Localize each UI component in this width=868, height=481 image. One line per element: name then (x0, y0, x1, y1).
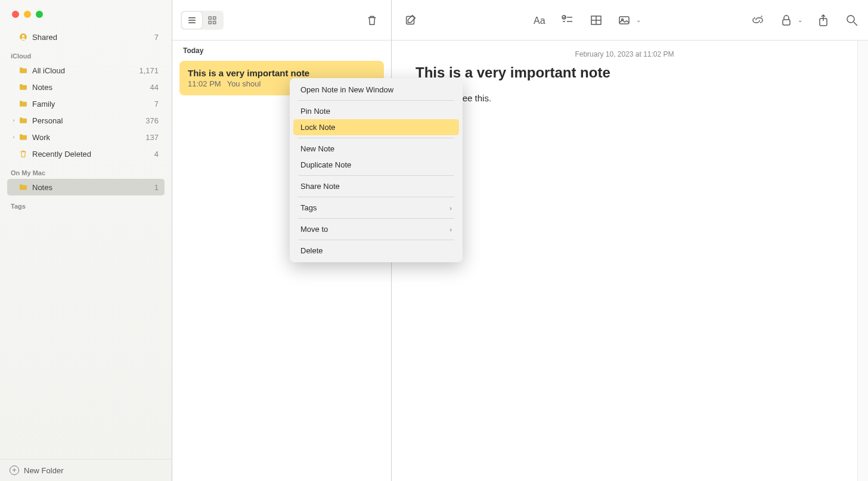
sidebar-item-label: Family (32, 100, 154, 108)
svg-rect-7 (209, 21, 211, 23)
svg-line-24 (854, 22, 857, 26)
sidebar-section-header[interactable]: Tags (7, 195, 165, 212)
compose-button[interactable] (400, 10, 421, 31)
actions-group: + ⌄ (750, 13, 860, 28)
new-folder-label: New Folder (24, 466, 63, 475)
sidebar-item-label: Work (32, 133, 145, 142)
sidebar-item-label: All iCloud (32, 66, 139, 75)
svg-point-1 (22, 35, 24, 38)
menu-item-lock-note[interactable]: Lock Note (293, 119, 459, 135)
editor-panel: Aa ⌄ + ⌄ (392, 0, 868, 481)
link-note-button[interactable]: + (750, 13, 765, 28)
grid-view-button[interactable] (202, 12, 222, 29)
sidebar-item-count: 137 (145, 133, 159, 142)
svg-rect-6 (213, 17, 216, 19)
svg-point-23 (847, 15, 854, 23)
lock-button[interactable] (779, 13, 794, 28)
note-body[interactable]: 't see this. (416, 92, 833, 105)
sidebar-item-count: 1,171 (139, 66, 159, 75)
lock-chevron-icon[interactable]: ⌄ (798, 17, 802, 23)
format-group: Aa ⌄ (531, 13, 641, 28)
fullscreen-window-button[interactable] (36, 11, 43, 18)
search-button[interactable] (844, 13, 860, 28)
menu-item-share-note[interactable]: Share Note (293, 178, 459, 194)
media-button[interactable] (617, 13, 633, 28)
sidebar-item-label: Notes (32, 183, 154, 192)
folder-icon (18, 65, 29, 76)
note-timestamp: February 10, 2023 at 11:02 PM (416, 50, 833, 58)
context-menu: Open Note in New WindowPin NoteLock Note… (290, 78, 463, 262)
plus-circle-icon: + (10, 466, 19, 475)
sidebar-item-count: 376 (145, 116, 159, 125)
sidebar-item-recently-deleted[interactable]: Recently Deleted4 (7, 145, 165, 162)
disclosure-chevron-icon[interactable]: › (11, 134, 17, 140)
sidebar-item-label: Personal (32, 116, 145, 125)
sidebar-item-count: 7 (154, 100, 159, 108)
minimize-window-button[interactable] (24, 11, 31, 18)
note-row-title: This is a very important note (188, 68, 376, 78)
sidebar-item-count: 1 (154, 183, 159, 192)
sidebar-item-count: 44 (150, 83, 159, 92)
text-style-button[interactable]: Aa (531, 13, 547, 28)
sidebar-item-count: 4 (154, 150, 159, 159)
sidebar-item-shared[interactable]: Shared 7 (7, 29, 165, 45)
sidebar-section-header[interactable]: On My Mac (7, 162, 165, 179)
list-group-header: Today (172, 41, 391, 58)
sidebar-item-work[interactable]: ›Work137 (7, 129, 165, 145)
sidebar: Shared 7 iCloudAll iCloud1,171Notes44Fam… (0, 0, 172, 481)
list-view-button[interactable] (182, 12, 202, 29)
sidebar-item-label: Notes (32, 83, 150, 92)
svg-text:Aa: Aa (534, 15, 545, 26)
submenu-arrow-icon: › (450, 204, 452, 212)
new-folder-button[interactable]: + New Folder (0, 459, 172, 481)
shared-icon (18, 32, 29, 42)
view-mode-segment (181, 11, 224, 30)
sidebar-item-notes[interactable]: Notes44 (7, 79, 165, 95)
table-button[interactable] (588, 13, 604, 28)
delete-note-button[interactable] (361, 10, 383, 31)
sidebar-section-header[interactable]: iCloud (7, 45, 165, 62)
media-chevron-icon[interactable]: ⌄ (636, 17, 641, 23)
menu-item-tags[interactable]: Tags› (293, 200, 459, 216)
editor-toolbar: Aa ⌄ + ⌄ (392, 0, 868, 41)
svg-rect-5 (209, 17, 211, 19)
checklist-button[interactable] (560, 13, 575, 28)
editor-scrollbar[interactable] (857, 41, 868, 481)
window-controls (0, 0, 172, 24)
share-button[interactable] (816, 13, 831, 28)
sidebar-item-family[interactable]: Family7 (7, 95, 165, 112)
sidebar-item-personal[interactable]: ›Personal376 (7, 112, 165, 129)
svg-rect-8 (213, 21, 216, 23)
folder-icon (18, 115, 29, 126)
sidebar-item-count: 7 (154, 33, 159, 42)
sidebar-item-label: Recently Deleted (32, 150, 154, 159)
menu-item-duplicate-note[interactable]: Duplicate Note (293, 157, 459, 173)
menu-item-pin-note[interactable]: Pin Note (293, 103, 459, 119)
sidebar-list: Shared 7 iCloudAll iCloud1,171Notes44Fam… (0, 24, 172, 459)
svg-rect-18 (619, 17, 629, 24)
folder-icon (18, 182, 29, 193)
trash-icon (18, 148, 29, 159)
note-title[interactable]: This is a very important note (416, 64, 833, 81)
disclosure-chevron-icon[interactable]: › (11, 117, 17, 123)
menu-item-move-to[interactable]: Move to› (293, 221, 459, 237)
close-window-button[interactable] (12, 11, 19, 18)
svg-text:+: + (760, 14, 763, 19)
menu-item-open-note-in-new-window[interactable]: Open Note in New Window (293, 82, 459, 98)
sidebar-item-all-icloud[interactable]: All iCloud1,171 (7, 62, 165, 79)
folder-icon (18, 98, 29, 109)
note-row-time: 11:02 PM (188, 79, 221, 88)
folder-icon (18, 132, 29, 142)
menu-item-new-note[interactable]: New Note (293, 141, 459, 157)
sidebar-item-notes[interactable]: Notes1 (7, 179, 165, 195)
sidebar-item-label: Shared (32, 33, 154, 42)
svg-rect-21 (783, 20, 790, 25)
submenu-arrow-icon: › (450, 226, 452, 233)
folder-icon (18, 82, 29, 92)
note-row-preview: You shoul (227, 79, 261, 88)
menu-item-delete[interactable]: Delete (293, 243, 459, 259)
list-toolbar (172, 0, 391, 41)
